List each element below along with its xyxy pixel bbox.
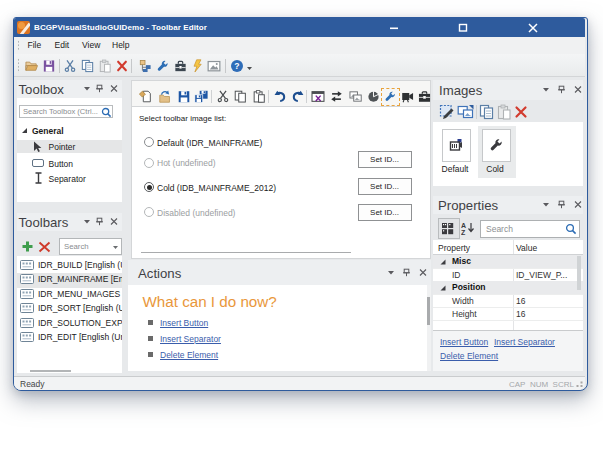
svg-text:A: A [461, 222, 466, 229]
svg-text:Z: Z [461, 229, 466, 236]
svg-text:?: ? [234, 61, 239, 71]
